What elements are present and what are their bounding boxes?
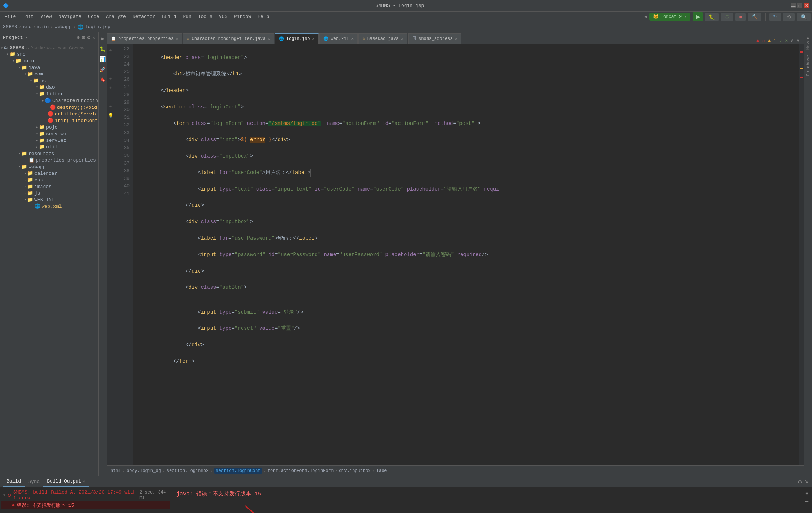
tab-properties[interactable]: 📋 properties.properties ✕ — [107, 33, 182, 44]
tab-login-jsp[interactable]: 🌐 login.jsp ✕ — [275, 33, 319, 44]
breadcrumb-smbms[interactable]: SMBMS — [3, 24, 17, 30]
sidebar-dropdown[interactable]: ▾ — [25, 35, 28, 40]
menu-code[interactable]: Code — [85, 13, 102, 20]
menu-vcs[interactable]: VCS — [216, 13, 230, 20]
tree-item-util[interactable]: ▸ 📁 util — [0, 144, 98, 150]
tree-item-com[interactable]: ▾ 📁 com — [0, 71, 98, 77]
menu-view[interactable]: View — [37, 13, 55, 20]
locate-icon[interactable]: ⊕ — [77, 34, 79, 41]
nav-next[interactable]: ∨ — [797, 38, 800, 44]
path-label[interactable]: label — [376, 468, 390, 473]
bottom-tab-sync[interactable]: Sync — [25, 477, 43, 487]
menu-edit[interactable]: Edit — [19, 13, 37, 20]
tree-item-filter[interactable]: ▾ 📁 filter — [0, 91, 98, 97]
maximize-btn[interactable]: □ — [797, 3, 802, 8]
tree-item-images[interactable]: ▸ 📁 images — [0, 183, 98, 190]
breadcrumb-login-jsp[interactable]: 🌐 login.jsp — [78, 24, 111, 30]
tab-smbms-address-close[interactable]: ✕ — [455, 36, 458, 41]
path-html[interactable]: html — [111, 468, 121, 473]
panel-icon-wrap[interactable]: ≣ — [805, 498, 809, 504]
path-section-loginbox[interactable]: section.loginBox — [167, 468, 209, 473]
menu-file[interactable]: File — [1, 13, 19, 20]
settings-icon[interactable]: ⚙ — [87, 34, 90, 41]
tree-item-charencoding[interactable]: ▾ 🔵 CharacterEncoding — [0, 97, 98, 104]
tree-item-smbms[interactable]: ▾ 🗂 SMBMS S:\Code\03.JavaWeb\SMBMS — [0, 45, 98, 51]
breadcrumb-main[interactable]: main — [37, 24, 49, 30]
tree-item-resources[interactable]: ▾ 📁 resources — [0, 150, 98, 157]
search-everywhere-button[interactable]: 🔍 — [797, 13, 811, 21]
debug-icon[interactable]: 🐛 — [100, 45, 106, 52]
breadcrumb-webapp[interactable]: webapp — [55, 24, 72, 30]
tab-charencoding[interactable]: ☕ CharacterEncodingFilter.java ✕ — [183, 33, 274, 44]
profiler-icon[interactable]: 📊 — [100, 56, 106, 62]
tab-charencoding-close[interactable]: ✕ — [268, 36, 270, 41]
tree-item-js[interactable]: ▸ 📁 js — [0, 190, 98, 196]
minimize-btn[interactable]: — — [791, 3, 796, 8]
tree-item-java[interactable]: ▾ 📁 java — [0, 64, 98, 71]
tree-item-servlet[interactable]: ▸ 📁 servlet — [0, 137, 98, 144]
menu-refactor[interactable]: Refactor — [130, 13, 158, 20]
bottom-tab-build-output-close[interactable]: ✕ — [83, 479, 85, 484]
tab-basedao-close[interactable]: ✕ — [401, 36, 403, 41]
tree-item-properties[interactable]: 📋 properties.properties — [0, 157, 98, 163]
close-sidebar-icon[interactable]: ✕ — [93, 34, 96, 41]
run-config-dropdown[interactable]: 🐱 Tomcat 9 ▾ — [649, 13, 690, 21]
debug-button[interactable]: 🐛 — [705, 13, 719, 21]
path-body[interactable]: body.login_bg — [127, 468, 161, 473]
bottom-tab-build[interactable]: Build — [3, 477, 25, 487]
tree-item-destroy[interactable]: 🔴 destroy():void — [0, 104, 98, 111]
tab-login-jsp-close[interactable]: ✕ — [312, 36, 315, 41]
tab-smbms-address[interactable]: 🗄 smbms_address ✕ — [408, 33, 461, 44]
expand-smbms[interactable]: ▾ — [1, 46, 3, 50]
panel-close-btn[interactable]: ✕ — [805, 479, 809, 485]
tree-item-css[interactable]: ▸ 📁 css — [0, 177, 98, 183]
tree-item-init[interactable]: 🔴 init(FilterConfig) — [0, 117, 98, 124]
menu-analyze[interactable]: Analyze — [103, 13, 129, 20]
menu-build[interactable]: Build — [159, 13, 179, 20]
deploy-icon[interactable]: 🚀 — [100, 66, 106, 73]
build-item-group[interactable]: ▾ ⊖ SMBMS: build failed At 2021/3/20 17:… — [1, 489, 170, 501]
bookmark-icon[interactable]: 🔖 — [100, 76, 106, 83]
tab-properties-close[interactable]: ✕ — [176, 36, 178, 41]
tree-item-main[interactable]: ▾ 📁 main — [0, 58, 98, 64]
path-section-logincont[interactable]: section.loginCont — [214, 468, 262, 474]
collapse-all-icon[interactable]: ⊟ — [82, 34, 85, 41]
update-button[interactable]: ↻ — [769, 13, 781, 21]
tab-webxml-close[interactable]: ✕ — [351, 36, 354, 41]
menu-window[interactable]: Window — [231, 13, 254, 20]
database-panel-label[interactable]: Database — [804, 53, 812, 78]
tree-item-webapp[interactable]: ▾ 📁 webapp — [0, 163, 98, 170]
menu-tools[interactable]: Tools — [195, 13, 215, 20]
build-item-error[interactable]: ● 错误: 不支持发行版本 15 — [1, 501, 170, 509]
tree-item-pojo[interactable]: ▸ 📁 pojo — [0, 124, 98, 130]
menu-navigate[interactable]: Navigate — [56, 13, 84, 20]
build-button[interactable]: 🔨 — [748, 13, 761, 21]
close-btn[interactable]: ✕ — [804, 3, 809, 8]
tree-item-dao[interactable]: ▾ 📁 dao — [0, 84, 98, 91]
tree-item-webinf[interactable]: ▾ 📁 WEB-INF — [0, 196, 98, 203]
tree-item-service[interactable]: ▾ 📁 service — [0, 130, 98, 137]
coverage-button[interactable]: 🛡 — [721, 13, 733, 21]
bottom-tab-build-output[interactable]: Build Output ✕ — [43, 477, 89, 487]
run-button[interactable]: ▶ — [693, 12, 703, 21]
nav-prev[interactable]: ∧ — [791, 38, 794, 44]
history-button[interactable]: ⟲ — [783, 13, 795, 21]
tree-item-hc[interactable]: ▾ 📁 hc — [0, 77, 98, 84]
run-icon[interactable]: ▶ — [100, 35, 106, 42]
tree-item-calendar[interactable]: ▸ 📁 calendar — [0, 170, 98, 177]
tree-item-src[interactable]: ▾ 📁 src — [0, 51, 98, 58]
menu-run[interactable]: Run — [180, 13, 194, 20]
panel-icon-list[interactable]: ≡ — [805, 490, 809, 496]
breadcrumb-src[interactable]: src — [23, 24, 31, 30]
stop-button[interactable]: ■ — [735, 13, 746, 21]
tab-webxml[interactable]: 🌐 web.xml ✕ — [319, 33, 358, 44]
tab-basedao[interactable]: ☕ BaseDao.java ✕ — [358, 33, 407, 44]
path-form[interactable]: form#actionForm.loginForm — [268, 468, 334, 473]
nav-back-icon[interactable]: ◀ — [644, 14, 647, 19]
tree-item-dofilter[interactable]: 🔴 doFilter(Servlet — [0, 111, 98, 117]
panel-settings-btn[interactable]: ⚙ — [798, 479, 802, 485]
tree-item-webxml[interactable]: 🌐 web.xml — [0, 203, 98, 210]
code-content[interactable]: <header class="loginHeader"> <h1>超市订单管理系… — [133, 44, 804, 465]
path-div-inputbox[interactable]: div.inputbox — [339, 468, 370, 473]
maven-panel-label[interactable]: Maven — [804, 35, 812, 51]
